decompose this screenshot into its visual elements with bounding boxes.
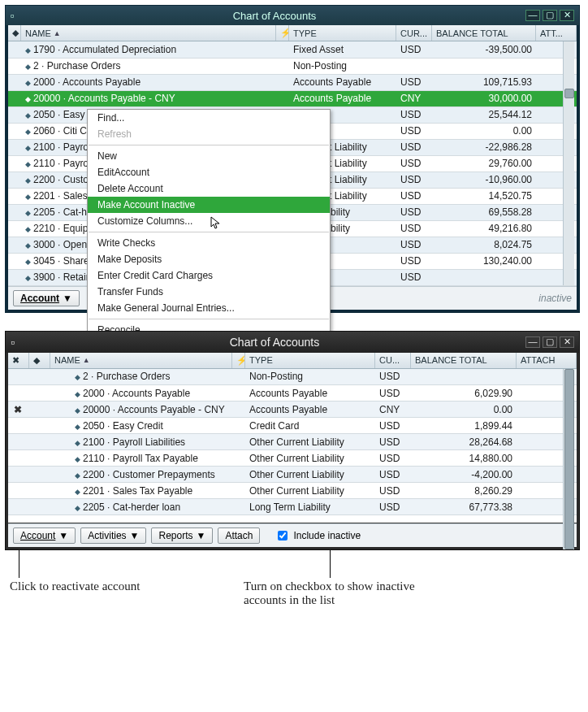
inactive-label: inactive (538, 293, 572, 304)
minimize-button[interactable]: — (525, 336, 540, 348)
menu-refresh: Refresh (88, 126, 330, 142)
currency-col-header[interactable]: CU... (375, 353, 411, 368)
chart-of-accounts-window-1: ▫ Chart of Accounts — ▢ ✕ ◆ NAME▲ ⚡ TYPE… (5, 5, 580, 313)
window-title: Chart of Accounts (24, 10, 525, 22)
account-menu-button[interactable]: Account▼ (13, 527, 76, 544)
table-row-selected[interactable]: ◆20000 · Accounts Payable - CNYAccounts … (8, 90, 577, 106)
window-titlebar[interactable]: ▫ Chart of Accounts — ▢ ✕ (6, 332, 579, 353)
column-headers: ◆ NAME▲ ⚡ TYPE CUR... BALANCE TOTAL ATT.… (8, 25, 577, 41)
balance-col-header[interactable]: BALANCE TOTAL (411, 353, 517, 368)
table-row[interactable]: ◆2200 · Customer PrepaymentsOther Curren… (8, 467, 577, 483)
menu-general-journal[interactable]: Make General Journal Entries... (88, 300, 330, 316)
menu-delete-account[interactable]: Delete Account (88, 180, 330, 197)
table-row[interactable]: ✖◆20000 · Accounts Payable - CNYAccounts… (8, 402, 577, 418)
annotation-area: Click to reactivate account Turn on chec… (5, 568, 580, 617)
window2-toolbar: Account▼ Activities▼ Reports▼ Attach Inc… (8, 523, 577, 547)
menu-separator (89, 232, 329, 232)
menu-make-inactive[interactable]: Make Account Inactive (88, 197, 330, 213)
window-menu-icon[interactable]: ▫ (11, 10, 24, 22)
activities-menu-button[interactable]: Activities▼ (80, 527, 146, 544)
indicator-col[interactable]: ◆ (8, 25, 21, 41)
annotation-line (330, 550, 331, 578)
dropdown-icon: ▼ (197, 530, 206, 541)
type-col-header[interactable]: TYPE (289, 25, 396, 41)
maximize-button[interactable]: ▢ (543, 10, 557, 21)
dropdown-icon: ▼ (63, 293, 72, 304)
type-col-header[interactable]: TYPE (245, 353, 375, 368)
include-inactive-label[interactable]: Include inactive (275, 528, 361, 543)
account-menu-button[interactable]: Account▼ (13, 290, 80, 306)
lightning-col[interactable]: ⚡ (276, 25, 289, 41)
inactive-col-header[interactable]: ✖ (8, 353, 29, 368)
menu-new[interactable]: New (88, 148, 330, 164)
sort-asc-icon: ▲ (54, 29, 61, 37)
indicator-col[interactable]: ◆ (29, 353, 50, 368)
menu-enter-cc-charges[interactable]: Enter Credit Card Charges (88, 267, 330, 284)
menu-edit-account[interactable]: EditAccount (88, 164, 330, 180)
lightning-col[interactable]: ⚡ (232, 353, 245, 368)
minimize-button[interactable]: — (525, 10, 540, 21)
name-col-header[interactable]: NAME ▲ (50, 353, 232, 368)
scrollbar-thumb[interactable] (564, 369, 574, 549)
chart-of-accounts-window-2: ▫ Chart of Accounts — ▢ ✕ ✖ ◆ NAME ▲ ⚡ T… (5, 331, 580, 551)
table-row[interactable]: ◆2100 · Payroll LiabilitiesOther Current… (8, 434, 577, 450)
menu-write-checks[interactable]: Write Checks (88, 235, 330, 251)
table-row[interactable]: ◆1790 · Accumulated DepreciationFixed As… (8, 41, 577, 58)
table-row[interactable]: ◆2000 · Accounts PayableAccounts Payable… (8, 74, 577, 90)
window-menu-icon[interactable]: ▫ (11, 336, 24, 349)
menu-separator (89, 319, 329, 319)
context-menu: Find... Refresh New EditAccount Delete A… (87, 109, 331, 355)
annotation-line (19, 550, 19, 578)
annotation-include-inactive: Turn on checkbox to show inactive accoun… (244, 580, 422, 607)
attach-col-header[interactable]: ATTACH (517, 353, 577, 368)
table-row[interactable] (8, 515, 577, 523)
close-button[interactable]: ✕ (560, 10, 574, 21)
close-button[interactable]: ✕ (560, 336, 574, 348)
maximize-button[interactable]: ▢ (543, 336, 557, 348)
window-titlebar[interactable]: ▫ Chart of Accounts — ▢ ✕ (6, 6, 579, 25)
balance-col-header[interactable]: BALANCE TOTAL (432, 25, 536, 41)
accounts-table: ◆2 · Purchase OrdersNon-PostingUSD ◆2000… (8, 369, 577, 524)
menu-find[interactable]: Find... (88, 110, 330, 126)
currency-col-header[interactable]: CUR... (396, 25, 432, 41)
inactive-marker[interactable]: ✖ (12, 404, 24, 415)
menu-make-deposits[interactable]: Make Deposits (88, 251, 330, 267)
table-row[interactable]: ◆2000 · Accounts PayableAccounts Payable… (8, 385, 577, 402)
menu-transfer-funds[interactable]: Transfer Funds (88, 284, 330, 300)
reports-menu-button[interactable]: Reports▼ (151, 527, 213, 544)
include-inactive-checkbox[interactable] (278, 531, 288, 541)
name-col-header[interactable]: NAME▲ (21, 25, 276, 41)
include-inactive-text: Include inactive (293, 530, 361, 541)
scrollbar-thumb[interactable] (564, 89, 574, 98)
attach-button[interactable]: Attach (218, 527, 260, 544)
menu-customize-columns[interactable]: Customize Columns... (88, 213, 330, 229)
annotation-reactivate: Click to reactivate account (10, 580, 140, 593)
table-row[interactable]: ◆2205 · Cat-herder loanLong Term Liabili… (8, 499, 577, 515)
table-row[interactable]: ◆2050 · Easy CreditCredit CardUSD1,899.4… (8, 418, 577, 434)
table-row[interactable]: ◆2110 · Payroll Tax PayableOther Current… (8, 450, 577, 467)
attach-col-header[interactable]: ATT... (536, 25, 577, 41)
column-headers: ✖ ◆ NAME ▲ ⚡ TYPE CU... BALANCE TOTAL AT… (8, 353, 577, 369)
table-row[interactable]: ◆2201 · Sales Tax PayableOther Current L… (8, 483, 577, 499)
menu-separator (89, 145, 329, 145)
dropdown-icon: ▼ (58, 530, 68, 541)
table-row[interactable]: ◆2 · Purchase OrdersNon-PostingUSD (8, 369, 577, 385)
window-title: Chart of Accounts (24, 336, 525, 349)
table-row[interactable]: ◆2 · Purchase OrdersNon-Posting (8, 58, 577, 74)
dropdown-icon: ▼ (130, 530, 140, 541)
sort-asc-icon: ▲ (83, 356, 90, 364)
